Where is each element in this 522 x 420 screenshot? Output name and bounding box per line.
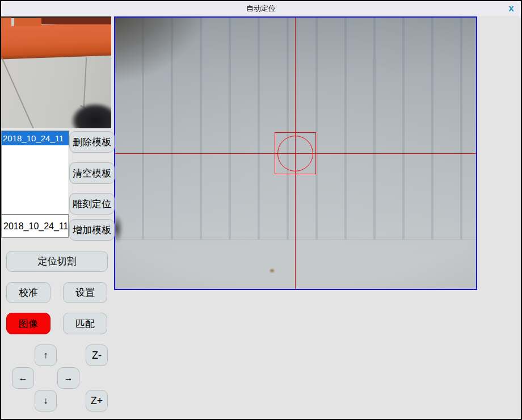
jog-z-minus-button[interactable]: Z- [86, 345, 108, 366]
thumbnail-orange-beam [1, 22, 111, 59]
jog-down-button[interactable]: ↓ [35, 390, 57, 411]
template-list-item-selected[interactable]: 2018_10_24_11 [2, 131, 69, 145]
engrave-position-button[interactable]: 雕刻定位 [69, 193, 115, 215]
delete-template-button[interactable]: 删除模板 [69, 131, 115, 153]
jog-left-button[interactable]: ← [12, 367, 34, 389]
template-preview-image [1, 16, 111, 128]
clear-templates-button[interactable]: 清空模板 [69, 162, 115, 184]
image-button-active[interactable]: 图像 [6, 313, 50, 334]
close-icon[interactable]: x [505, 2, 517, 15]
thumbnail-maroon-strip [36, 18, 111, 24]
dialog-title: 自动定位 [1, 1, 521, 16]
thumbnail-dark-blob [71, 103, 111, 128]
position-cut-button[interactable]: 定位切割 [6, 251, 108, 272]
auto-position-dialog: 自动定位 x 2018_10_24_11 删除模板 清空模板 雕刻定位 [0, 0, 522, 420]
match-button[interactable]: 匹配 [63, 313, 107, 334]
camera-feed-dark-blob [115, 214, 123, 243]
settings-button[interactable]: 设置 [63, 282, 107, 303]
camera-feed-dot [270, 269, 274, 272]
camera-feed-stripes [115, 18, 476, 240]
thumbnail-tile-line [83, 57, 87, 107]
thumbnail-orange-patch [1, 18, 11, 27]
calibrate-button[interactable]: 校准 [6, 282, 50, 303]
camera-view[interactable] [114, 16, 477, 290]
thumbnail-tile-line [1, 57, 35, 128]
template-list[interactable]: 2018_10_24_11 [1, 131, 69, 215]
jog-right-button[interactable]: → [57, 367, 79, 389]
camera-feed [115, 18, 476, 289]
template-name-input[interactable] [1, 215, 69, 238]
target-circle [277, 136, 313, 171]
title-bar: 自动定位 x [1, 1, 521, 16]
thumbnail-orange-patch [14, 18, 41, 26]
add-template-button[interactable]: 增加模板 [69, 219, 115, 241]
jog-up-button[interactable]: ↑ [35, 345, 57, 366]
jog-z-plus-button[interactable]: Z+ [86, 390, 108, 411]
